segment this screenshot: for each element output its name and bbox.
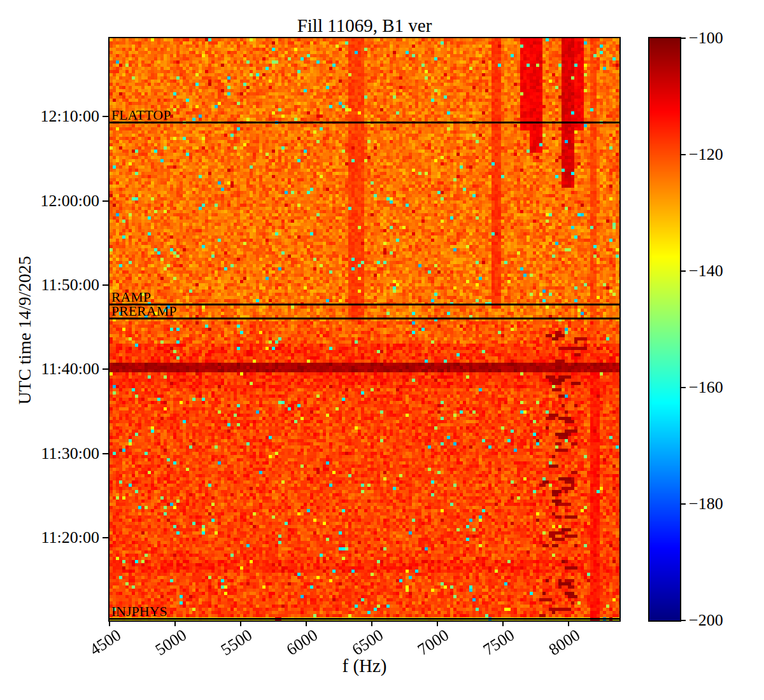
colorbar-tick <box>680 503 686 505</box>
colorbar-tick-label: −180 <box>689 495 723 513</box>
y-tick-label: 11:50:00 <box>0 276 99 294</box>
y-tick <box>103 200 110 202</box>
x-tick-label: 5500 <box>218 626 255 659</box>
colorbar-tick <box>680 620 686 621</box>
colorbar-tick <box>680 270 686 272</box>
x-tick <box>109 621 110 626</box>
annotation-line-injphys <box>110 618 619 620</box>
x-tick <box>306 621 307 626</box>
annotation-label-preramp: PRERAMP <box>111 304 177 319</box>
chart-title: Fill 11069, B1 ver <box>110 15 619 36</box>
x-tick-label: 8000 <box>546 626 583 659</box>
x-tick <box>371 621 372 626</box>
y-tick-label: 11:30:00 <box>0 445 99 463</box>
colorbar-tick-label: −200 <box>689 612 723 629</box>
y-tick <box>103 284 110 286</box>
x-tick-label: 4500 <box>87 626 124 659</box>
x-tick <box>437 621 438 626</box>
x-tick-label: 5000 <box>152 626 190 659</box>
y-tick-label: 11:20:00 <box>0 529 99 547</box>
colorbar-tick-label: −140 <box>689 262 723 280</box>
x-tick-label: 6000 <box>283 626 321 659</box>
y-tick <box>103 368 110 370</box>
spectrogram-figure: Fill 11069, B1 ver UTC time 14/9/2025 f … <box>0 0 764 700</box>
colorbar-tick-label: −120 <box>689 146 723 164</box>
x-tick <box>174 621 176 626</box>
x-tick <box>240 621 241 626</box>
y-tick <box>103 453 110 454</box>
x-axis-label: f (Hz) <box>110 655 619 676</box>
y-axis-label: UTC time 14/9/2025 <box>15 171 36 489</box>
x-tick <box>568 621 569 626</box>
annotation-line-preramp <box>110 318 619 319</box>
annotation-line-ramp <box>110 304 619 305</box>
colorbar-tick <box>680 38 686 39</box>
y-tick <box>103 537 110 538</box>
y-tick-label: 11:40:00 <box>0 360 99 378</box>
annotation-label-injphys: INJPHYS <box>111 604 167 619</box>
x-tick <box>502 621 504 626</box>
y-tick <box>103 116 110 117</box>
y-tick-label: 12:00:00 <box>0 192 99 210</box>
y-tick-label: 12:10:00 <box>0 108 99 125</box>
x-tick-label: 7500 <box>480 626 518 659</box>
x-tick-label: 7000 <box>414 626 452 659</box>
colorbar-tick <box>680 154 686 155</box>
annotation-line-flattop <box>110 122 619 123</box>
colorbar-tick-label: −160 <box>689 379 723 396</box>
x-tick-label: 6500 <box>349 626 386 659</box>
colorbar-tick <box>680 387 686 388</box>
annotation-label-flattop: FLATTOP <box>111 108 171 123</box>
colorbar-canvas <box>649 38 680 620</box>
spectrogram-heatmap-canvas <box>110 38 619 620</box>
colorbar-tick-label: −100 <box>689 29 723 47</box>
